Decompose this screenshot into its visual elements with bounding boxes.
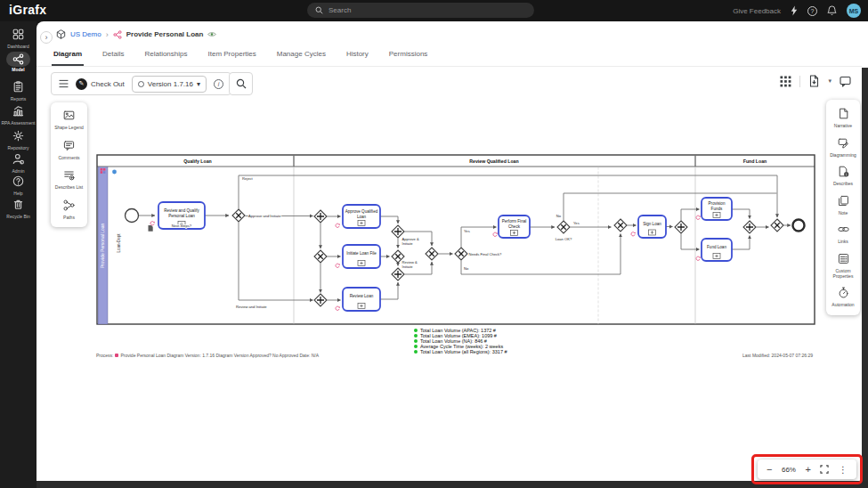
tab-permissions[interactable]: Permissions [387, 45, 430, 66]
visibility-eye-icon[interactable] [207, 31, 216, 37]
sidebar-item-rpa-assessment[interactable]: RPA Assessment [0, 104, 37, 126]
legend-dot-icon [414, 339, 418, 343]
diagramming-button[interactable]: Diagramming [826, 136, 860, 159]
task-sign-loan[interactable]: Sign Loan [638, 216, 666, 238]
sidebar-item-help[interactable]: Help [0, 175, 37, 197]
tabs-divider [37, 66, 862, 67]
tab-diagram[interactable]: Diagram [52, 45, 84, 66]
describes-icon [838, 166, 849, 177]
svg-text:Check: Check [508, 224, 521, 229]
global-search-input[interactable]: Search [307, 3, 534, 18]
sidebar-item-repository[interactable]: Repository [0, 129, 37, 151]
describes-doc-icon [149, 225, 153, 232]
export-document-icon[interactable] [808, 75, 820, 87]
legend-dot-icon [414, 350, 418, 354]
reports-icon [12, 81, 24, 93]
tab-manage-cycles[interactable]: Manage Cycles [275, 45, 328, 66]
phase-header: Fund Loan [743, 159, 767, 164]
svg-text:Initiate: Initiate [402, 241, 414, 246]
paths-button[interactable]: Paths [51, 199, 87, 221]
chevron-down-icon: ▾ [197, 80, 200, 88]
tab-details[interactable]: Details [101, 45, 126, 66]
zoom-out-button[interactable]: − [767, 465, 772, 475]
horizontal-scrollbar[interactable] [37, 481, 868, 488]
user-avatar[interactable]: MS [847, 4, 861, 18]
diagram-left-panel: Shape Legend Comments Describes List Pat… [51, 102, 87, 227]
collapse-panel-button[interactable]: › [40, 31, 53, 44]
comments-button[interactable]: Comments [51, 139, 87, 161]
start-event[interactable] [126, 209, 139, 223]
apps-grid-icon[interactable] [780, 76, 791, 87]
bpmn-diagram-canvas[interactable]: Qualify Loan Review Qualified Loan Fund … [96, 154, 815, 325]
sidebar-item-dashboard[interactable]: Dashboard [0, 28, 37, 50]
help-icon[interactable]: ? [807, 6, 817, 16]
svg-text:Reject: Reject [242, 176, 253, 181]
info-icon[interactable]: i [214, 79, 223, 89]
sidebar-item-recycle-bin[interactable]: Recycle Bin [0, 198, 37, 220]
svg-text:Yes: Yes [464, 229, 470, 233]
comment-bubble-icon[interactable] [840, 76, 851, 87]
task-fund-loan[interactable]: Fund Loan [702, 239, 732, 261]
custom-properties-icon [838, 253, 849, 264]
narrative-doc-icon [838, 108, 849, 119]
svg-text:Next Steps?: Next Steps? [172, 224, 192, 228]
narrative-button[interactable]: Narrative [826, 107, 860, 129]
comments-icon [63, 140, 75, 151]
version-drop-down[interactable]: Version 1.7.16 ▾ [132, 76, 207, 93]
task-initiate-loan-file[interactable]: Initiate Loan File [343, 245, 380, 268]
repository-cube-icon [56, 29, 66, 39]
process-share-icon [113, 30, 122, 39]
sidebar-item-model[interactable]: Model [0, 52, 37, 73]
phase-header: Review Qualified Loan [469, 159, 518, 164]
diagram-right-panel: Narrative Diagramming Describes Note Lin… [826, 100, 860, 315]
main-content: › US Demo › Provide Personal Loan Diagra… [37, 21, 868, 488]
automation-button[interactable]: Automation [826, 286, 860, 308]
give-feedback-link[interactable]: Give Feedback [733, 7, 781, 15]
svg-text:No: No [464, 266, 469, 271]
tab-history[interactable]: History [345, 45, 370, 66]
check-out-button[interactable]: ✎ Check Out [76, 78, 125, 90]
vertical-scrollbar[interactable] [862, 68, 868, 488]
tab-item-properties[interactable]: Item Properties [207, 45, 258, 66]
zoom-toolbar: − 66% + ⋮ [758, 460, 856, 479]
sidebar-item-reports[interactable]: Reports [0, 80, 37, 102]
lightning-icon[interactable] [791, 5, 798, 16]
note-button[interactable]: Note [826, 194, 860, 216]
top-bar: iGrafx Search Give Feedback ? MS [0, 0, 868, 21]
diagram-search-button[interactable] [229, 72, 253, 95]
notifications-bell-icon[interactable] [827, 5, 837, 16]
igrafx-logo: iGrafx [9, 3, 46, 17]
end-event[interactable] [793, 220, 805, 232]
describes-button[interactable]: Describes [826, 165, 860, 187]
toolbar-divider [799, 76, 800, 87]
gear-icon [12, 130, 24, 142]
sidebar-item-admin[interactable]: Admin [0, 152, 37, 175]
chevron-down-icon[interactable]: ▾ [828, 77, 831, 85]
dashboard-icon [12, 28, 24, 40]
fit-screen-icon[interactable] [820, 465, 829, 474]
breadcrumb: US Demo › Provide Personal Loan [56, 28, 216, 41]
custom-properties-button[interactable]: Custom Properties [826, 252, 860, 279]
svg-text:No: No [556, 214, 562, 218]
describes-list-button[interactable]: Describes List [51, 168, 87, 191]
zoom-in-button[interactable]: + [805, 465, 810, 475]
swimlane-provide-personal-loan[interactable]: Provide Personal Loan [98, 167, 108, 325]
diagram-legend: Total Loan Volume (APAC): 1372 # Total L… [414, 328, 507, 354]
search-icon [315, 6, 323, 14]
svg-text:Sign Loan: Sign Loan [643, 222, 661, 226]
diagram-footer-last-modified: Last Modified: 2024-05-07 07:26:29 [742, 353, 813, 358]
svg-text:Review Loan: Review Loan [350, 294, 374, 298]
menu-hamburger-icon[interactable] [59, 79, 69, 88]
kebab-menu-icon[interactable]: ⋮ [839, 465, 848, 475]
breadcrumb-parent-link[interactable]: US Demo [70, 30, 101, 38]
paths-icon [63, 199, 75, 211]
svg-text:Needs Final Check?: Needs Final Check? [469, 252, 503, 256]
links-button[interactable]: Links [826, 223, 860, 245]
task-perform-final-check[interactable]: Perform Final Check [499, 216, 530, 238]
diagramming-icon [838, 137, 849, 149]
tab-relationships[interactable]: Relationships [142, 45, 189, 66]
task-review-loan[interactable]: Review Loan [343, 288, 380, 311]
task-provision-funds[interactable]: Provision Funds [702, 198, 732, 220]
task-approve-qualified-loan[interactable]: Approve Qualified Loan [343, 205, 380, 228]
shape-legend-button[interactable]: Shape Legend [51, 109, 87, 131]
